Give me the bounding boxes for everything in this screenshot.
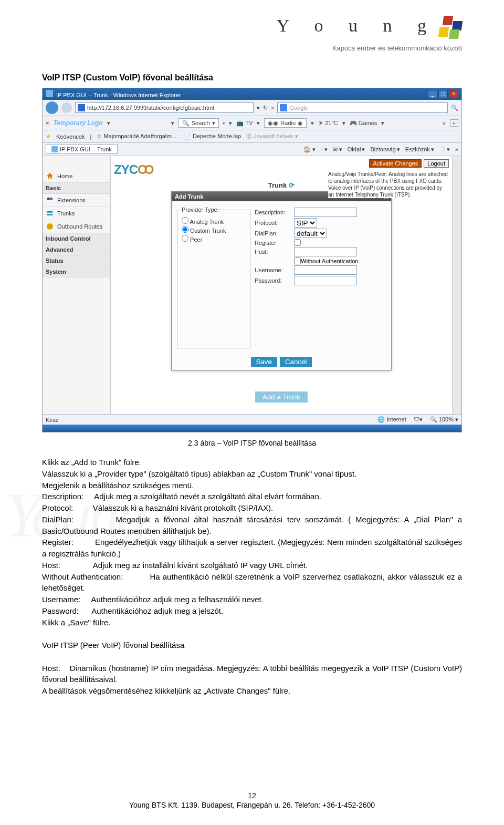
activate-changes-button[interactable]: Activate Changes bbox=[369, 159, 422, 168]
search-go-icon[interactable]: 🔍 bbox=[451, 105, 458, 111]
ie-command-bar: 🏠 ▾ ▫ ▾ ✉ ▾ Oldal ▾ Biztonság ▾ Eszközök… bbox=[303, 146, 458, 153]
without-auth-checkbox[interactable] bbox=[294, 257, 301, 264]
home-icon[interactable]: 🏠 ▾ bbox=[303, 146, 316, 153]
dialplan-select[interactable]: default bbox=[294, 229, 327, 238]
tv-icon[interactable]: 📺 TV bbox=[236, 120, 253, 127]
label-without-auth: Without Authentication bbox=[301, 258, 358, 264]
fav-item[interactable]: ☆ Majomparádé Adatforgalmi… bbox=[97, 133, 178, 140]
page-footer: 12 Young BTS Kft. 1139. Budapest, Frange… bbox=[0, 791, 504, 809]
label-username: Username: bbox=[255, 267, 294, 273]
label-description: Description: bbox=[255, 209, 294, 215]
label-register: Register: bbox=[255, 240, 294, 246]
page-icon bbox=[78, 104, 85, 111]
label-protocol: Protocol: bbox=[255, 220, 294, 226]
provider-type-fieldset: Provider Type: Analog Trunk Custom Trunk… bbox=[177, 207, 250, 348]
section-title: VoIP ITSP (Custom VoIP) fővonal beállítá… bbox=[42, 73, 462, 82]
protected-mode-icon[interactable]: 🛡▾ bbox=[414, 416, 423, 423]
radio-analog[interactable]: Analog Trunk bbox=[182, 217, 246, 225]
nav-fwd-icon[interactable] bbox=[61, 102, 72, 113]
help-icon[interactable]: ❔▾ bbox=[439, 146, 450, 153]
figure-caption: 2.3 ábra – VoIP ITSP fővonal beállítása bbox=[42, 439, 462, 447]
sidebar-cat-inbound[interactable]: Inbound Control bbox=[43, 233, 110, 244]
safety-menu[interactable]: Biztonság ▾ bbox=[370, 146, 400, 153]
register-checkbox[interactable] bbox=[294, 239, 301, 246]
fav-item[interactable]: 📄 Depeche Mode.lap bbox=[184, 133, 241, 140]
svg-point-1 bbox=[50, 198, 52, 200]
favorites-label: Kedvencek bbox=[56, 133, 85, 140]
doc-body: Klikk az „Add to Trunk" fülre. Válasszuk… bbox=[42, 457, 462, 697]
stop-icon[interactable]: × bbox=[271, 105, 274, 111]
toolbar-logo: Temporary Logo bbox=[53, 119, 102, 127]
google-icon bbox=[280, 104, 287, 111]
screenshot-figure: IP PBX GUI -- Trunk - Windows Internet E… bbox=[42, 88, 462, 432]
status-left: Kész bbox=[46, 417, 58, 423]
address-bar[interactable]: http://172.16.6.27:9999/static/config/cf… bbox=[75, 102, 254, 113]
tools-menu[interactable]: Eszközök ▾ bbox=[405, 146, 434, 153]
radio-peer[interactable]: Peer bbox=[182, 235, 246, 243]
label-dialplan: DialPlan: bbox=[255, 230, 294, 236]
sidebar-cat-system[interactable]: System bbox=[43, 266, 110, 277]
brand-logo bbox=[439, 16, 462, 39]
cancel-button[interactable]: Cancel bbox=[280, 357, 312, 367]
window-title: IP PBX GUI -- Trunk - Windows Internet E… bbox=[46, 90, 181, 98]
window-controls[interactable]: _□× bbox=[427, 90, 458, 98]
maximize-icon[interactable]: □ bbox=[438, 90, 448, 98]
svg-point-2 bbox=[47, 223, 53, 230]
radio-custom[interactable]: Custom Trunk bbox=[182, 226, 246, 234]
username-field[interactable] bbox=[294, 265, 357, 275]
sidebar-item-home[interactable]: Home bbox=[43, 170, 110, 183]
page-menu[interactable]: Oldal ▾ bbox=[348, 146, 365, 153]
status-internet: 🌐 Internet bbox=[377, 416, 406, 423]
svg-point-0 bbox=[47, 198, 50, 200]
sidebar-item-outbound[interactable]: Outbound Routes bbox=[43, 220, 110, 233]
taskbar bbox=[43, 425, 461, 432]
search-box[interactable]: Google bbox=[277, 102, 448, 113]
sidebar-cat-basic[interactable]: Basic bbox=[43, 183, 110, 194]
games-btn[interactable]: 🎮 Games bbox=[350, 120, 377, 127]
fb-icon[interactable]: ▪ bbox=[223, 120, 225, 126]
scrollbar[interactable] bbox=[452, 156, 461, 414]
app-sidebar: Home Basic Extensions Trunks Outbound Ro… bbox=[43, 156, 111, 414]
fav-item[interactable]: ⓔ Javasolt helyek ▾ bbox=[246, 132, 298, 140]
label-password: Password: bbox=[255, 277, 294, 284]
password-field[interactable] bbox=[294, 276, 357, 285]
close-icon[interactable]: × bbox=[449, 90, 458, 98]
add-trunk-modal: Add TrunkX Provider Type: Analog Trunk C… bbox=[171, 191, 392, 370]
mail-icon[interactable]: ✉ ▾ bbox=[333, 146, 342, 153]
label-host: Host: bbox=[255, 249, 294, 255]
info-text: Analog/Voip Trunks/Peer: Analog lines ar… bbox=[328, 171, 449, 198]
sidebar-item-extensions[interactable]: Extensions bbox=[43, 194, 110, 207]
brand-name: Y o u n g bbox=[277, 16, 437, 36]
minimize-icon[interactable]: _ bbox=[428, 90, 437, 98]
modal-title: Add Trunk bbox=[175, 193, 203, 200]
logout-button[interactable]: Logout bbox=[424, 159, 449, 168]
reload-icon[interactable]: ⟳ bbox=[289, 181, 295, 189]
zoom-level[interactable]: 🔍 100% ▾ bbox=[430, 416, 458, 423]
feed-icon[interactable]: ▫ ▾ bbox=[321, 146, 328, 153]
sidebar-cat-advanced[interactable]: Advanced bbox=[43, 244, 110, 255]
host-field[interactable] bbox=[294, 247, 357, 256]
browser-tab[interactable]: IP PBX GUI -- Trunk bbox=[46, 145, 118, 154]
favorites-icon[interactable]: ★ bbox=[46, 133, 51, 140]
toolbar-search[interactable]: 🔍 Search ▾ bbox=[178, 118, 219, 128]
sidebar-cat-status[interactable]: Status bbox=[43, 255, 110, 266]
radio-btn[interactable]: ◉◉ Radio ◉ bbox=[264, 118, 307, 128]
sidebar-item-trunks[interactable]: Trunks bbox=[43, 207, 110, 220]
protocol-select[interactable]: SIP bbox=[294, 218, 317, 228]
refresh-icon[interactable]: ↻ bbox=[263, 105, 268, 111]
nav-back-icon[interactable] bbox=[46, 101, 58, 114]
add-trunk-button[interactable]: Add a Trunk bbox=[255, 391, 308, 403]
weather: ☀ 21°C bbox=[318, 120, 338, 127]
save-button[interactable]: Save bbox=[251, 357, 277, 367]
description-field[interactable] bbox=[294, 208, 357, 217]
brand-tagline: Kapocs ember és telekommunikáció között bbox=[42, 44, 462, 52]
